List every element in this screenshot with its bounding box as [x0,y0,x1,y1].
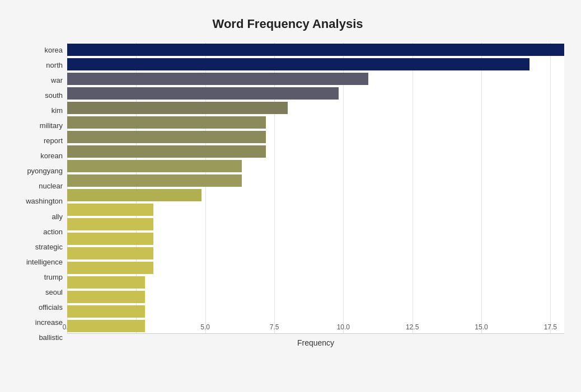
y-axis-label: kim [51,103,63,118]
y-axis-label: south [45,88,63,103]
bar [67,58,530,70]
chart-title: Word Frequency Analysis [11,11,564,31]
bar-row [67,188,564,202]
bar [67,233,153,245]
y-axis-label: pyongyang [27,164,63,178]
y-axis-label: intelligence [26,254,63,269]
y-axis-label: war [51,73,63,88]
bar [67,291,145,303]
bar [67,218,153,230]
bar [67,247,153,259]
bar-row [67,217,564,232]
bar [67,102,288,114]
bar-row [67,101,564,115]
bar [67,174,242,187]
bar-row [67,232,564,246]
bar-row [67,72,564,86]
bar [67,87,339,100]
y-axis-label: north [46,58,63,73]
y-axis: koreanorthwarsouthkimmilitaryreportkorea… [11,42,67,345]
bar-row [67,246,564,261]
bar-row [67,290,564,304]
bar [67,116,266,129]
y-axis-label: korean [40,149,63,163]
bar [67,131,266,143]
bar [67,320,145,332]
bar-row [67,261,564,275]
bar-row [67,130,564,144]
y-axis-label: increase [35,315,63,329]
bar-row [67,202,564,217]
bar-row [67,275,564,290]
y-axis-label: military [40,119,63,133]
y-axis-label: officials [39,300,63,314]
bar [67,262,153,274]
y-axis-label: seoul [45,285,63,299]
bar [67,204,153,216]
y-axis-label: ally [51,209,63,224]
bar [67,276,145,289]
bars-container [67,42,564,333]
bar-row [67,319,564,333]
chart-area: koreanorthwarsouthkimmilitaryreportkorea… [11,42,564,345]
bar-row [67,173,564,188]
bar-row [67,115,564,130]
bar [67,73,368,85]
bar [67,44,564,56]
bar-row [67,304,564,319]
bar [67,305,145,318]
y-axis-label: action [43,224,63,239]
y-axis-label: ballistic [39,330,63,344]
y-axis-label: korea [44,43,63,58]
bar-row [67,86,564,101]
x-axis: 0.02.55.07.510.012.515.017.5 [67,333,564,334]
bar-row [67,57,564,72]
y-axis-label: washington [26,194,63,209]
y-axis-label: strategic [35,239,63,254]
bar [67,189,202,201]
bar [67,160,242,172]
bar-row [67,42,564,57]
y-axis-label: trump [44,270,63,284]
plot-area: 0.02.55.07.510.012.515.017.5 Frequency [67,42,564,345]
y-axis-label: report [44,134,63,148]
x-axis-label: Frequency [67,338,564,347]
bar-row [67,159,564,173]
bar-row [67,144,564,159]
y-axis-label: nuclear [39,179,63,193]
chart-container: Word Frequency Analysis koreanorthwarsou… [0,0,581,392]
bar [67,145,266,158]
